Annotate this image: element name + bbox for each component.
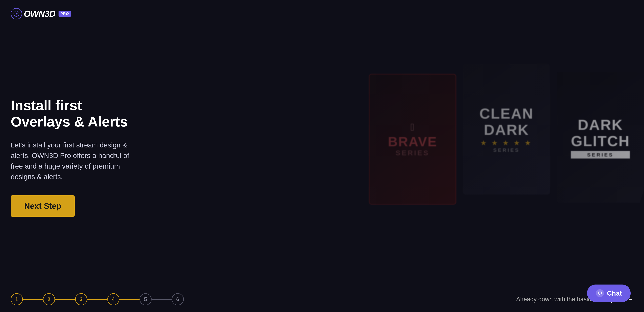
step-3[interactable]: 3	[75, 293, 87, 305]
logo-icon	[11, 8, 22, 19]
step-line-3-4	[87, 299, 107, 300]
main-content: OWN3D PRO Install first Overlays & Alert…	[0, 0, 644, 312]
step-line-5-6	[152, 299, 172, 300]
header: OWN3D PRO	[0, 0, 644, 27]
bottom-bar: 1 2 3 4 5 6 Already down with the basics…	[0, 287, 644, 312]
step-indicators: 1 2 3 4 5 6	[11, 293, 184, 305]
step-5[interactable]: 5	[140, 293, 152, 305]
already-text: Already down with the basics?	[516, 296, 598, 303]
chat-icon	[596, 289, 604, 297]
next-step-button[interactable]: Next Step	[11, 195, 75, 217]
page-title: Install first Overlays & Alerts	[11, 97, 140, 130]
svg-marker-1	[16, 12, 18, 15]
step-line-4-5	[120, 299, 140, 300]
step-line-1-2	[23, 299, 43, 300]
chat-button[interactable]: Chat	[587, 285, 630, 302]
chat-label: Chat	[607, 290, 622, 297]
step-1[interactable]: 1	[11, 293, 23, 305]
logo-pro-badge: PRO	[58, 11, 71, 16]
step-6[interactable]: 6	[172, 293, 184, 305]
page-description: Let's install your first stream design &…	[11, 140, 140, 182]
step-line-2-3	[55, 299, 75, 300]
logo-text: OWN3D	[24, 9, 56, 19]
step-4[interactable]: 4	[107, 293, 120, 305]
content-area: Install first Overlays & Alerts Let's in…	[0, 27, 151, 287]
logo: OWN3D PRO	[11, 8, 633, 19]
step-2[interactable]: 2	[43, 293, 55, 305]
